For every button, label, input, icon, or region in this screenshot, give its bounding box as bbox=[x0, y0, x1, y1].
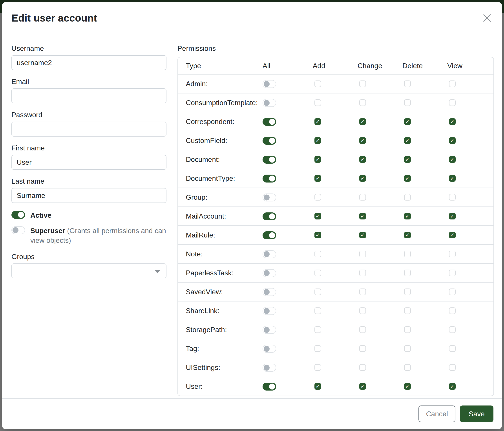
permission-all-toggle[interactable] bbox=[262, 345, 276, 353]
permission-delete-checkbox[interactable] bbox=[404, 307, 411, 314]
permission-all-toggle[interactable] bbox=[262, 307, 276, 315]
close-button[interactable] bbox=[480, 11, 494, 25]
permission-add-checkbox[interactable] bbox=[315, 288, 321, 295]
superuser-toggle[interactable] bbox=[11, 226, 25, 234]
permission-view-checkbox[interactable] bbox=[449, 99, 456, 106]
permission-row: Note: bbox=[178, 244, 494, 263]
permission-delete-checkbox[interactable] bbox=[404, 99, 411, 106]
permission-change-checkbox[interactable] bbox=[359, 383, 366, 390]
permission-change-checkbox[interactable] bbox=[359, 364, 366, 371]
permission-add-checkbox[interactable] bbox=[315, 137, 321, 144]
permission-change-checkbox[interactable] bbox=[359, 307, 366, 314]
permission-view-checkbox[interactable] bbox=[449, 213, 456, 219]
permission-view-checkbox[interactable] bbox=[449, 345, 456, 352]
permission-add-checkbox[interactable] bbox=[315, 175, 321, 182]
permission-type-label: Tag: bbox=[178, 345, 262, 353]
cancel-button[interactable]: Cancel bbox=[418, 405, 455, 422]
permission-all-toggle[interactable] bbox=[262, 231, 276, 239]
permission-change-checkbox[interactable] bbox=[359, 251, 366, 257]
permission-all-toggle[interactable] bbox=[262, 156, 276, 164]
permission-view-checkbox[interactable] bbox=[449, 326, 456, 333]
permission-view-checkbox[interactable] bbox=[449, 137, 456, 144]
permission-delete-checkbox[interactable] bbox=[404, 81, 411, 87]
save-button[interactable]: Save bbox=[460, 405, 494, 422]
permission-all-toggle[interactable] bbox=[262, 212, 276, 220]
permission-view-checkbox[interactable] bbox=[449, 81, 456, 87]
permission-change-checkbox[interactable] bbox=[359, 118, 366, 125]
permission-delete-checkbox[interactable] bbox=[404, 156, 411, 163]
permission-view-checkbox[interactable] bbox=[449, 194, 456, 201]
permission-change-checkbox[interactable] bbox=[359, 137, 366, 144]
permission-add-checkbox[interactable] bbox=[315, 118, 321, 125]
permission-add-checkbox[interactable] bbox=[315, 213, 321, 219]
permission-view-checkbox[interactable] bbox=[449, 307, 456, 314]
permission-add-checkbox[interactable] bbox=[315, 156, 321, 163]
permission-add-checkbox[interactable] bbox=[315, 383, 321, 390]
permission-view-checkbox[interactable] bbox=[449, 175, 456, 182]
permission-all-toggle[interactable] bbox=[262, 383, 276, 391]
permission-delete-checkbox[interactable] bbox=[404, 326, 411, 333]
permission-delete-checkbox[interactable] bbox=[404, 288, 411, 295]
permission-change-checkbox[interactable] bbox=[359, 194, 366, 201]
permission-delete-checkbox[interactable] bbox=[404, 194, 411, 201]
email-input[interactable] bbox=[11, 88, 166, 103]
permission-delete-checkbox[interactable] bbox=[404, 232, 411, 238]
last-name-input[interactable] bbox=[11, 188, 166, 203]
permission-change-checkbox[interactable] bbox=[359, 345, 366, 352]
permission-change-checkbox[interactable] bbox=[359, 232, 366, 238]
groups-select[interactable] bbox=[11, 263, 166, 278]
permission-view-checkbox[interactable] bbox=[449, 364, 456, 371]
permission-all-toggle[interactable] bbox=[262, 288, 276, 296]
permission-add-checkbox[interactable] bbox=[315, 194, 321, 201]
permission-change-checkbox[interactable] bbox=[359, 99, 366, 106]
permission-change-checkbox[interactable] bbox=[359, 213, 366, 219]
permission-delete-checkbox[interactable] bbox=[404, 137, 411, 144]
permission-all-toggle[interactable] bbox=[262, 194, 276, 201]
permission-view-checkbox[interactable] bbox=[449, 156, 456, 163]
permission-add-checkbox[interactable] bbox=[315, 345, 321, 352]
permission-change-checkbox[interactable] bbox=[359, 156, 366, 163]
permission-all-toggle[interactable] bbox=[262, 99, 276, 107]
permission-add-checkbox[interactable] bbox=[315, 251, 321, 257]
permission-change-checkbox[interactable] bbox=[359, 326, 366, 333]
permission-all-toggle[interactable] bbox=[262, 80, 276, 88]
permission-view-checkbox[interactable] bbox=[449, 118, 456, 125]
first-name-input[interactable] bbox=[11, 155, 166, 170]
permission-all-toggle[interactable] bbox=[262, 269, 276, 277]
permission-add-checkbox[interactable] bbox=[315, 307, 321, 314]
permission-add-checkbox[interactable] bbox=[315, 364, 321, 371]
permission-delete-checkbox[interactable] bbox=[404, 175, 411, 182]
permission-change-checkbox[interactable] bbox=[359, 81, 366, 87]
permission-delete-checkbox[interactable] bbox=[404, 251, 411, 257]
permission-all-toggle[interactable] bbox=[262, 175, 276, 182]
permission-delete-checkbox[interactable] bbox=[404, 269, 411, 276]
permission-add-checkbox[interactable] bbox=[315, 81, 321, 87]
permission-view-checkbox[interactable] bbox=[449, 232, 456, 238]
username-input[interactable] bbox=[11, 55, 166, 70]
permission-change-checkbox[interactable] bbox=[359, 288, 366, 295]
permission-all-toggle[interactable] bbox=[262, 250, 276, 258]
permission-add-checkbox[interactable] bbox=[315, 99, 321, 106]
permission-all-toggle[interactable] bbox=[262, 118, 276, 126]
permissions-table-body: Admin:ConsumptionTemplate:Correspondent:… bbox=[178, 74, 494, 395]
permission-view-checkbox[interactable] bbox=[449, 251, 456, 257]
permission-view-checkbox[interactable] bbox=[449, 288, 456, 295]
permissions-column-header: Type bbox=[178, 62, 262, 70]
permission-add-checkbox[interactable] bbox=[315, 232, 321, 238]
active-toggle[interactable] bbox=[11, 211, 25, 219]
permission-delete-checkbox[interactable] bbox=[404, 118, 411, 125]
permission-view-checkbox[interactable] bbox=[449, 269, 456, 276]
permission-add-checkbox[interactable] bbox=[315, 269, 321, 276]
permission-change-checkbox[interactable] bbox=[359, 175, 366, 182]
permission-delete-checkbox[interactable] bbox=[404, 345, 411, 352]
permission-add-checkbox[interactable] bbox=[315, 326, 321, 333]
permission-view-checkbox[interactable] bbox=[449, 383, 456, 390]
permission-delete-checkbox[interactable] bbox=[404, 383, 411, 390]
permission-all-toggle[interactable] bbox=[262, 137, 276, 145]
password-input[interactable] bbox=[11, 122, 166, 136]
permission-delete-checkbox[interactable] bbox=[404, 364, 411, 371]
permission-delete-checkbox[interactable] bbox=[404, 213, 411, 219]
permission-all-toggle[interactable] bbox=[262, 326, 276, 334]
permission-all-toggle[interactable] bbox=[262, 364, 276, 372]
permission-change-checkbox[interactable] bbox=[359, 269, 366, 276]
